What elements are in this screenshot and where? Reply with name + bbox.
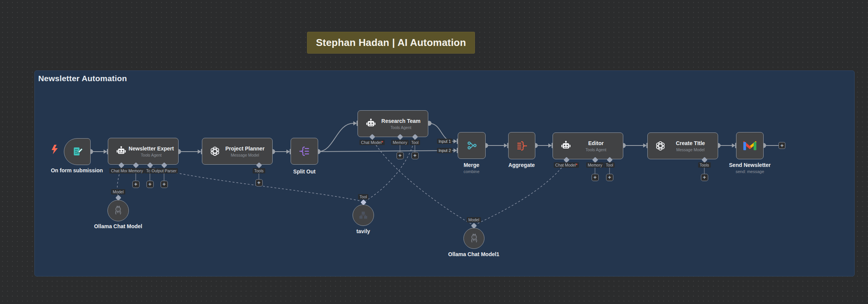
tavily-icon	[358, 209, 369, 221]
robot-icon	[115, 145, 127, 157]
port-label-memory: Memory	[391, 140, 409, 145]
port-label-memory: Memory	[127, 168, 145, 173]
openai-icon	[655, 140, 666, 152]
add-tool-button[interactable]: +	[606, 174, 613, 181]
plus-icon: +	[593, 175, 597, 180]
node-label: Aggregate	[508, 162, 535, 168]
split-out-icon	[298, 145, 310, 157]
required-mark: *	[382, 140, 383, 145]
plus-icon: +	[257, 180, 260, 185]
port-label-tool: Tool	[358, 194, 368, 199]
node-send-newsletter[interactable]	[736, 132, 764, 159]
plus-icon: +	[398, 153, 401, 158]
required-mark: *	[576, 163, 577, 167]
node-subtitle: Tools Agent	[585, 147, 606, 152]
node-subtitle: Tools Agent	[141, 153, 161, 157]
port-label-memory: Memory	[586, 162, 604, 168]
plus-icon: +	[134, 181, 137, 187]
llama-icon	[468, 233, 480, 244]
node-editor[interactable]: Editor Tools Agent	[553, 132, 623, 159]
lightning-icon	[51, 144, 59, 155]
wire-editor-chatmodel-to-ollama1	[476, 162, 566, 224]
node-label: Ollama Chat Model	[94, 223, 142, 229]
llama-icon	[112, 205, 124, 216]
node-subtitle: Message Model	[231, 153, 259, 157]
add-memory-button[interactable]: +	[592, 174, 599, 181]
plus-icon: +	[703, 175, 706, 180]
port-label-model: Model	[467, 217, 481, 222]
node-ollama-chat-model[interactable]	[107, 200, 129, 221]
node-title: Research Team	[381, 118, 420, 124]
add-tool-button[interactable]: +	[701, 174, 708, 181]
node-sublabel: send: message	[736, 169, 764, 174]
add-memory-button[interactable]: +	[132, 181, 140, 188]
node-label: tavily	[356, 228, 370, 234]
robot-icon	[560, 140, 572, 152]
add-tool-button[interactable]: +	[146, 181, 154, 188]
plus-icon: +	[780, 143, 783, 148]
robot-icon	[365, 118, 377, 130]
node-aggregate[interactable]	[508, 132, 535, 159]
node-merge[interactable]	[458, 132, 486, 159]
node-subtitle: Message Model	[676, 147, 704, 152]
node-create-title[interactable]: Create TItle Message Model	[647, 132, 718, 159]
node-title: Project Planner	[225, 145, 265, 152]
add-output-parser-button[interactable]: +	[161, 181, 168, 188]
plus-icon: +	[413, 153, 416, 158]
node-label: Merge	[463, 162, 479, 168]
plus-icon: +	[148, 181, 151, 187]
port-label-tool: Tool	[410, 140, 420, 145]
node-tavily[interactable]	[353, 204, 374, 226]
port-label-tools: Tools	[253, 168, 265, 173]
node-project-planner[interactable]: Project Planner Message Model	[202, 138, 273, 165]
gmail-icon	[743, 141, 756, 151]
node-split-out[interactable]	[291, 138, 318, 165]
wire-splitout-to-research	[318, 123, 353, 152]
add-next-node-button[interactable]: +	[779, 142, 785, 149]
wire-research-tool-to-tavily	[366, 139, 415, 201]
form-icon	[72, 146, 83, 157]
add-tool-button[interactable]: +	[411, 152, 419, 159]
node-sublabel: combine	[463, 169, 480, 174]
merge-input1-label: Input 1	[437, 139, 452, 144]
plus-icon: +	[608, 175, 611, 180]
node-label: Ollama Chat Model1	[448, 251, 499, 257]
add-memory-button[interactable]: +	[397, 152, 404, 159]
workflow-canvas[interactable]: Stephan Hadan | AI Automation Newsletter…	[0, 0, 868, 304]
port-label-chat-model: Chat Model*	[554, 162, 579, 168]
merge-input2-label: Input 2	[437, 148, 452, 153]
openai-icon	[209, 145, 221, 157]
port-label-chat-model: Chat Model*	[359, 140, 385, 145]
node-label: Split Out	[293, 168, 315, 175]
plus-icon: +	[163, 181, 166, 187]
add-tool-button[interactable]: +	[255, 179, 263, 186]
node-on-form-submission[interactable]	[64, 138, 91, 165]
node-title: Editor	[588, 140, 603, 146]
node-newsletter-expert[interactable]: Newsletter Expert Tools Agent	[108, 138, 179, 165]
node-subtitle: Tools Agent	[390, 125, 411, 130]
node-ollama-chat-model1[interactable]	[463, 228, 484, 249]
node-label: On form submission	[51, 167, 103, 173]
merge-icon	[466, 139, 478, 152]
node-label: Send Newsletter	[729, 162, 771, 168]
aggregate-icon	[516, 140, 528, 152]
node-research-team[interactable]: Research Team Tools Agent	[358, 110, 428, 137]
port-label-tools: Tools	[698, 162, 711, 168]
node-title: Create TItle	[676, 140, 705, 146]
wire-splitout-to-merge-input2	[318, 150, 454, 152]
port-label-output-parser: Output Parser	[150, 168, 178, 173]
node-title: Newsletter Expert	[128, 145, 174, 152]
port-label-model: Model	[111, 189, 125, 194]
port-label-tool: Tool	[604, 162, 614, 168]
